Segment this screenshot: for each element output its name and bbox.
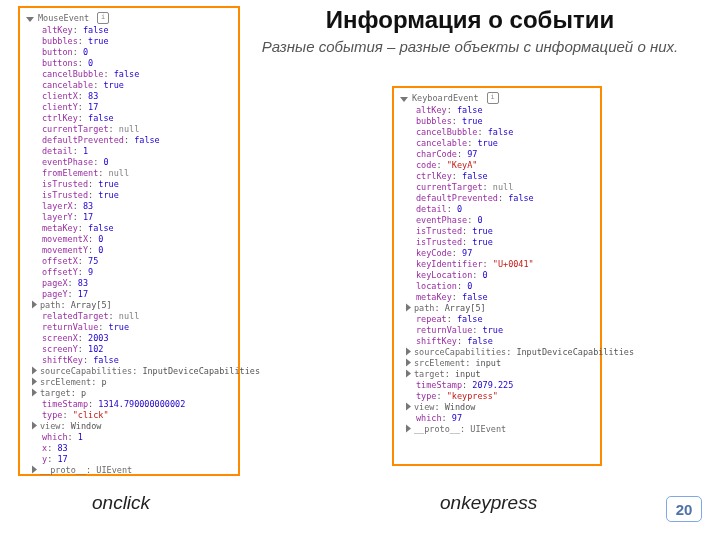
property-value: 97: [452, 413, 462, 423]
property-row: shiftKey: false: [42, 355, 234, 366]
property-value: false: [88, 223, 114, 233]
property-key: metaKey: [416, 292, 452, 302]
property-row: layerX: 83: [42, 201, 234, 212]
property-value: 0: [477, 215, 482, 225]
property-value: false: [462, 292, 488, 302]
property-value: true: [477, 138, 497, 148]
property-key: cancelBubble: [42, 69, 103, 79]
property-value: Window: [71, 421, 102, 431]
keyboardevent-header[interactable]: KeyboardEvent i: [400, 92, 596, 104]
property-value: true: [109, 322, 129, 332]
property-row: cancelBubble: false: [42, 69, 234, 80]
property-key: isTrusted: [416, 237, 462, 247]
chevron-right-icon: [406, 403, 411, 411]
property-key: defaultPrevented: [416, 193, 498, 203]
property-value: true: [103, 80, 123, 90]
property-row[interactable]: sourceCapabilities: InputDeviceCapabilit…: [32, 366, 234, 377]
property-key: layerX: [42, 201, 73, 211]
property-value: 97: [462, 248, 472, 258]
property-row[interactable]: srcElement: p: [32, 377, 234, 388]
property-key: altKey: [416, 105, 447, 115]
property-value: 17: [88, 102, 98, 112]
property-row: keyIdentifier: "U+0041": [416, 259, 596, 270]
property-value: 9: [88, 267, 93, 277]
property-row: cancelBubble: false: [416, 127, 596, 138]
property-key: path: [40, 300, 60, 310]
property-key: altKey: [42, 25, 73, 35]
property-value: 83: [57, 443, 67, 453]
property-row: altKey: false: [416, 105, 596, 116]
property-value: 0: [457, 204, 462, 214]
keyboardevent-properties: altKey: falsebubbles: truecancelBubble: …: [400, 105, 596, 424]
property-key: isTrusted: [42, 190, 88, 200]
chevron-right-icon: [406, 304, 411, 312]
property-value: false: [467, 336, 493, 346]
mouseevent-header[interactable]: MouseEvent i: [26, 12, 234, 24]
property-key: returnValue: [42, 322, 98, 332]
info-icon[interactable]: i: [97, 12, 109, 24]
property-value: true: [98, 190, 118, 200]
property-key: timeStamp: [42, 399, 88, 409]
property-row[interactable]: view: Window: [406, 402, 596, 413]
property-row: ctrlKey: false: [416, 171, 596, 182]
property-value: "click": [73, 410, 109, 420]
property-value: Array[5]: [71, 300, 112, 310]
property-value: Array[5]: [445, 303, 486, 313]
property-key: sourceCapabilities: [40, 366, 132, 376]
property-key: detail: [42, 146, 73, 156]
property-row[interactable]: target: p: [32, 388, 234, 399]
property-row: isTrusted: true: [416, 226, 596, 237]
proto-row[interactable]: __proto__: UIEvent: [400, 424, 596, 435]
property-value: false: [134, 135, 160, 145]
event-class-name: MouseEvent: [38, 13, 89, 24]
property-key: srcElement: [414, 358, 465, 368]
property-row: pageX: 83: [42, 278, 234, 289]
property-row: location: 0: [416, 281, 596, 292]
property-row: returnValue: true: [42, 322, 234, 333]
property-value: 83: [88, 91, 98, 101]
property-row: clientY: 17: [42, 102, 234, 113]
property-value: 0: [483, 270, 488, 280]
property-value: p: [81, 388, 86, 398]
property-row[interactable]: path: Array[5]: [32, 300, 234, 311]
property-value: 0: [467, 281, 472, 291]
property-value: false: [457, 105, 483, 115]
property-row[interactable]: view: Window: [32, 421, 234, 432]
property-row[interactable]: srcElement: input: [406, 358, 596, 369]
property-row[interactable]: target: input: [406, 369, 596, 380]
event-class-name: KeyboardEvent: [412, 93, 479, 104]
property-key: repeat: [416, 314, 447, 324]
property-row: screenY: 102: [42, 344, 234, 355]
property-key: timeStamp: [416, 380, 462, 390]
property-row: altKey: false: [42, 25, 234, 36]
property-row: bubbles: true: [42, 36, 234, 47]
property-key: currentTarget: [416, 182, 483, 192]
property-key: relatedTarget: [42, 311, 109, 321]
chevron-right-icon: [406, 370, 411, 378]
property-value: 0: [83, 47, 88, 57]
property-row: isTrusted: true: [416, 237, 596, 248]
info-icon[interactable]: i: [487, 92, 499, 104]
property-value: 17: [78, 289, 88, 299]
property-row: metaKey: false: [42, 223, 234, 234]
property-row: detail: 0: [416, 204, 596, 215]
property-row[interactable]: sourceCapabilities: InputDeviceCapabilit…: [406, 347, 596, 358]
property-value: true: [472, 226, 492, 236]
property-value: true: [98, 179, 118, 189]
property-key: pageX: [42, 278, 68, 288]
property-value: null: [109, 168, 129, 178]
property-row: type: "keypress": [416, 391, 596, 402]
property-value: 0: [98, 234, 103, 244]
property-value: 102: [88, 344, 103, 354]
property-value: 2003: [88, 333, 108, 343]
property-value: "keypress": [447, 391, 498, 401]
property-row: shiftKey: false: [416, 336, 596, 347]
property-key: screenY: [42, 344, 78, 354]
property-row: bubbles: true: [416, 116, 596, 127]
property-key: type: [42, 410, 62, 420]
property-row: charCode: 97: [416, 149, 596, 160]
proto-row[interactable]: __proto__: UIEvent: [26, 465, 234, 476]
property-row[interactable]: path: Array[5]: [406, 303, 596, 314]
page-title: Информация о событии: [260, 6, 680, 34]
property-key: movementY: [42, 245, 88, 255]
